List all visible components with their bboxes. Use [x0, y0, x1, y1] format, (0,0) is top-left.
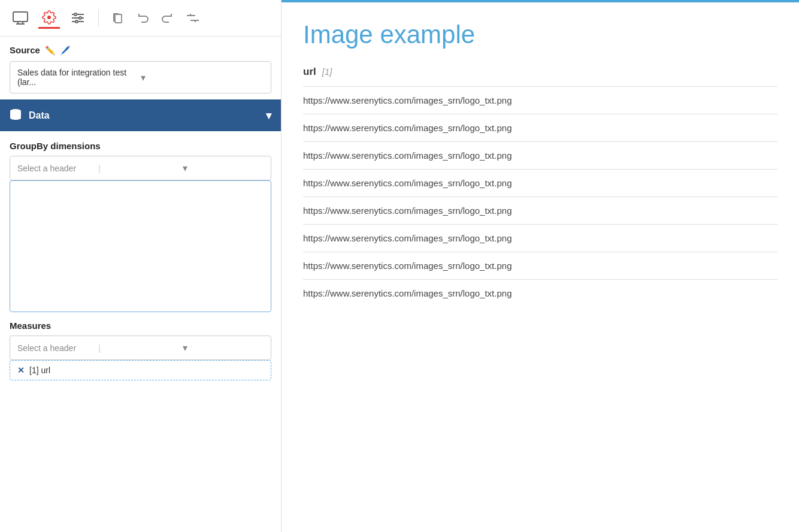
- groupby-placeholder: Select a header: [17, 164, 98, 173]
- measures-chevron-icon: ▾: [183, 342, 264, 353]
- table-row: https://www.serenytics.com/images_srn/lo…: [303, 169, 777, 197]
- chevron-down-icon: ▾: [141, 72, 264, 83]
- source-section: Source ✏️ 🖊️ Sales data for integration …: [0, 37, 281, 99]
- panel-content: GroupBy dimensions Select a header | ▾ M…: [0, 131, 281, 532]
- measures-tag[interactable]: ✕ [1] url: [10, 360, 271, 380]
- monitor-icon[interactable]: [10, 7, 31, 29]
- page-title: Image example: [303, 20, 777, 49]
- table-row: https://www.serenytics.com/images_srn/lo…: [303, 86, 777, 114]
- right-panel: Image example url [1] https://www.sereny…: [282, 0, 799, 532]
- groupby-drop-zone[interactable]: [10, 180, 271, 312]
- table-row: https://www.serenytics.com/images_srn/lo…: [303, 114, 777, 141]
- groupby-title: GroupBy dimensions: [10, 141, 271, 151]
- toolbar-separator: [98, 10, 99, 26]
- data-table: https://www.serenytics.com/images_srn/lo…: [303, 86, 777, 307]
- svg-point-8: [79, 17, 81, 19]
- data-section-label: Data: [29, 110, 266, 121]
- measures-title: Measures: [10, 321, 271, 331]
- table-row: https://www.serenytics.com/images_srn/lo…: [303, 279, 777, 307]
- data-chevron-icon: ▾: [266, 109, 271, 122]
- swap-action[interactable]: [184, 9, 202, 27]
- database-icon: [10, 108, 22, 123]
- undo-action[interactable]: [134, 9, 152, 27]
- redo-action[interactable]: [159, 9, 177, 27]
- tag-label: [1] url: [29, 365, 50, 375]
- pen-icon[interactable]: 🖊️: [60, 46, 70, 55]
- gear-icon[interactable]: [38, 7, 60, 29]
- svg-rect-10: [115, 14, 122, 23]
- table-row: https://www.serenytics.com/images_srn/lo…: [303, 197, 777, 224]
- measures-section: Measures Select a header | ▾ ✕ [1] url: [10, 321, 271, 380]
- column-index: [1]: [322, 66, 332, 77]
- source-dropdown-value: Sales data for integration test (lar...: [17, 68, 141, 87]
- source-dropdown[interactable]: Sales data for integration test (lar... …: [10, 61, 271, 93]
- column-header: url [1]: [303, 66, 777, 84]
- table-row: https://www.serenytics.com/images_srn/lo…: [303, 141, 777, 169]
- measures-placeholder: Select a header: [17, 343, 98, 353]
- svg-rect-0: [13, 12, 28, 22]
- table-row: https://www.serenytics.com/images_srn/lo…: [303, 224, 777, 252]
- column-name: url: [303, 66, 316, 78]
- svg-point-7: [74, 13, 77, 16]
- groupby-chevron-icon: ▾: [183, 162, 264, 174]
- source-text: Source: [10, 45, 40, 55]
- pipe-separator: |: [98, 164, 179, 173]
- pipe-separator-2: |: [98, 343, 179, 353]
- toolbar: [0, 0, 281, 37]
- data-section-header[interactable]: Data ▾: [0, 99, 281, 131]
- table-row: https://www.serenytics.com/images_srn/lo…: [303, 252, 777, 279]
- svg-point-9: [75, 20, 78, 23]
- sliders-icon[interactable]: [67, 7, 89, 29]
- tag-close-button[interactable]: ✕: [17, 365, 25, 375]
- groupby-section: GroupBy dimensions Select a header | ▾: [10, 141, 271, 312]
- copy-action[interactable]: [108, 9, 126, 27]
- left-panel: Source ✏️ 🖊️ Sales data for integration …: [0, 0, 282, 532]
- source-label: Source ✏️ 🖊️: [10, 45, 271, 55]
- groupby-dropdown[interactable]: Select a header | ▾: [10, 156, 271, 180]
- measures-dropdown[interactable]: Select a header | ▾: [10, 335, 271, 360]
- edit-icon[interactable]: ✏️: [45, 46, 55, 55]
